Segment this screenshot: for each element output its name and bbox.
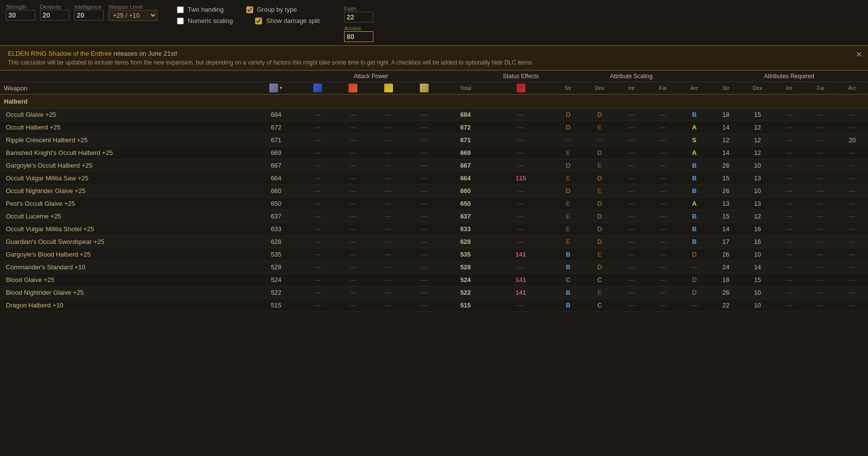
weapon-name[interactable]: Dragon Halberd +10 (0, 299, 253, 312)
table-row[interactable]: Gargoyle's Blood Halberd +25 535 — — — —… (0, 248, 868, 261)
header-weapon: Weapon (0, 82, 253, 95)
show-damage-split-label[interactable]: Show damage split (266, 17, 320, 24)
table-row[interactable]: Occult Vulgar Militia Shotel +25 633 — —… (0, 223, 868, 236)
status-val: — (489, 134, 552, 147)
weapon-name[interactable]: Guardian's Occult Swordspear +25 (0, 236, 253, 248)
header-lightning-icon[interactable] (371, 82, 407, 95)
weapon-name[interactable]: Occult Glaive +25 (0, 109, 253, 121)
weapon-name[interactable]: Pest's Occult Glaive +25 (0, 197, 253, 210)
req-dex: 13 (742, 197, 774, 210)
weapon-name[interactable]: Commander's Standard +10 (0, 261, 253, 274)
banner-close-button[interactable]: ✕ (856, 50, 862, 59)
req-dex: 16 (742, 223, 774, 236)
phys-damage-icon (269, 84, 278, 92)
table-row[interactable]: Occult Nightrider Glaive +25 660 — — — —… (0, 185, 868, 197)
req-dex: 15 (742, 109, 774, 121)
table-row[interactable]: Occult Vulgar Militia Saw +25 664 — — — … (0, 172, 868, 185)
weapon-name[interactable]: Ripple Crescent Halberd +25 (0, 134, 253, 147)
req-fai: — (805, 299, 837, 312)
req-int: — (773, 185, 805, 197)
two-handing-label[interactable]: Two handing (188, 6, 224, 13)
dexterity-input[interactable] (40, 10, 69, 21)
sc-arc: B (678, 159, 710, 172)
phys-val: 660 (253, 185, 300, 197)
lightning-val: — (371, 286, 407, 299)
req-str: 15 (710, 210, 742, 223)
strength-label: Strength (6, 4, 35, 10)
weapon-name[interactable]: Occult Vulgar Militia Shotel +25 (0, 223, 253, 236)
checkboxes-group: Two handing Group by type Numeric scalin… (177, 4, 320, 24)
table-body: Halberd Occult Glaive +25 684 — — — — 68… (0, 94, 868, 312)
sc-dex: D (584, 236, 616, 248)
table-row[interactable]: Dragon Halberd +10 515 — — — — 515 — B C… (0, 299, 868, 312)
header-magic-icon[interactable] (300, 82, 335, 95)
header-phys-icon[interactable]: ▼ (253, 82, 300, 95)
weapon-level-label: Weapon Level (108, 4, 157, 10)
weapon-name[interactable]: Occult Halberd +25 (0, 121, 253, 134)
header-attribute-scaling: Attribute Scaling (552, 71, 710, 82)
show-damage-split-checkbox[interactable] (255, 18, 262, 24)
table-row[interactable]: Blood Glaive +25 524 — — — — 524 141 C C… (0, 274, 868, 286)
weapon-name[interactable]: Gargoyle's Occult Halberd +25 (0, 159, 253, 172)
table-row[interactable]: Occult Lucerne +25 637 — — — — 637 — E D… (0, 210, 868, 223)
req-str: 17 (710, 236, 742, 248)
table-row[interactable]: Commander's Standard +10 528 — — — — 528… (0, 261, 868, 274)
phys-val: 633 (253, 223, 300, 236)
arcane-input[interactable] (344, 31, 373, 42)
table-row[interactable]: Guardian's Occult Swordspear +25 628 — —… (0, 236, 868, 248)
magic-val: — (300, 147, 335, 159)
group-by-type-label[interactable]: Group by type (257, 6, 297, 13)
magic-val: — (300, 159, 335, 172)
table-row[interactable]: Ripple Crescent Halberd +25 671 — — — — … (0, 134, 868, 147)
req-int: — (773, 261, 805, 274)
weapon-name[interactable]: Occult Vulgar Militia Saw +25 (0, 172, 253, 185)
table-row[interactable]: Blood Nightrider Glaive +25 522 — — — — … (0, 286, 868, 299)
weapon-level-select[interactable]: +25 / +10 +24 / +9 +0 / +0 (108, 10, 157, 21)
sc-dex: — (584, 134, 616, 147)
req-str: 14 (710, 223, 742, 236)
fire-val: — (335, 248, 371, 261)
req-arc: — (836, 109, 868, 121)
phys-val: 528 (253, 261, 300, 274)
magic-val: — (300, 223, 335, 236)
faith-input[interactable] (344, 12, 373, 22)
weapon-name[interactable]: Occult Lucerne +25 (0, 210, 253, 223)
weapon-name[interactable]: Banished Knight's Occult Halberd +25 (0, 147, 253, 159)
req-arc: — (836, 286, 868, 299)
intelligence-input[interactable] (74, 10, 104, 21)
sc-arc: B (678, 185, 710, 197)
req-dex: 12 (742, 134, 774, 147)
group-by-type-checkbox[interactable] (246, 6, 253, 13)
weapon-name[interactable]: Gargoyle's Blood Halberd +25 (0, 248, 253, 261)
header-total[interactable]: Total (442, 82, 489, 95)
numeric-scaling-label[interactable]: Numeric scaling (188, 17, 233, 24)
numeric-scaling-checkbox[interactable] (177, 18, 184, 24)
banner-title: ELDEN RING Shadow of the Erdtree release… (8, 50, 860, 57)
sc-dex: D (584, 147, 616, 159)
header-holy-icon[interactable] (406, 82, 442, 95)
magic-damage-icon (313, 84, 322, 92)
weapon-name[interactable]: Blood Glaive +25 (0, 274, 253, 286)
sc-arc: D (678, 274, 710, 286)
table-row[interactable]: Occult Glaive +25 684 — — — — 684 — D D … (0, 109, 868, 121)
magic-val: — (300, 274, 335, 286)
fire-val: — (335, 210, 371, 223)
req-arc: — (836, 299, 868, 312)
header-weapon-group (0, 71, 253, 82)
table-row[interactable]: Gargoyle's Occult Halberd +25 667 — — — … (0, 159, 868, 172)
strength-input[interactable] (6, 10, 35, 21)
table-row[interactable]: Banished Knight's Occult Halberd +25 669… (0, 147, 868, 159)
sc-arc: B (678, 236, 710, 248)
table-row[interactable]: Occult Halberd +25 672 — — — — 672 — D E… (0, 121, 868, 134)
sc-fai: — (647, 121, 679, 134)
weapon-name[interactable]: Blood Nightrider Glaive +25 (0, 286, 253, 299)
two-handing-checkbox[interactable] (177, 6, 184, 13)
sc-str: B (552, 299, 584, 312)
holy-val: — (406, 299, 442, 312)
header-sc-dex: Dex (584, 82, 616, 95)
table-row[interactable]: Pest's Occult Glaive +25 650 — — — — 650… (0, 197, 868, 210)
weapon-name[interactable]: Occult Nightrider Glaive +25 (0, 185, 253, 197)
req-str: 18 (710, 274, 742, 286)
header-fire-icon[interactable] (335, 82, 371, 95)
req-int: — (773, 210, 805, 223)
